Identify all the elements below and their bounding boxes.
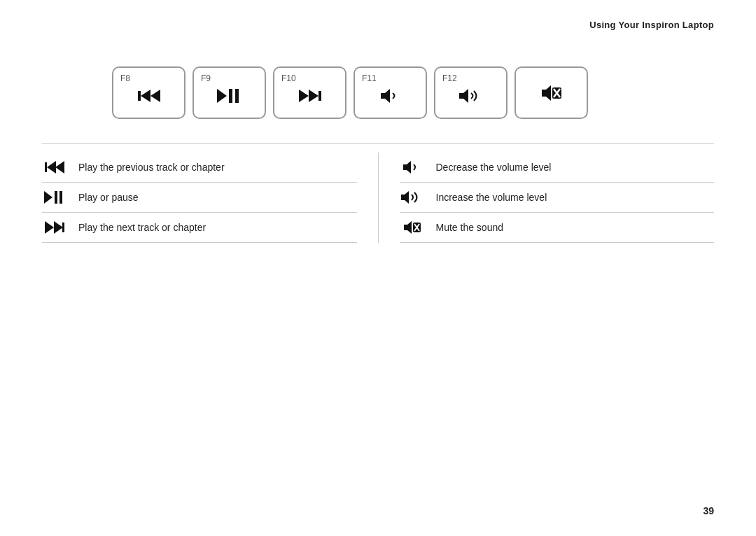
legend-left-col: Play the previous track or chapter Play … (42, 153, 379, 243)
svg-marker-9 (381, 89, 390, 103)
legend-row-prev: Play the previous track or chapter (42, 153, 357, 183)
svg-rect-19 (55, 191, 57, 204)
play-pause-key-icon (217, 88, 242, 104)
mute-key-icon (542, 83, 561, 103)
key-f10: F10 (273, 66, 346, 119)
svg-rect-5 (235, 89, 239, 103)
key-f8-label: F8 (120, 73, 130, 83)
legend-right-col: Decrease the volume level Increase the v… (379, 153, 715, 243)
keys-row: F8 F9 F10 (112, 66, 588, 119)
svg-marker-21 (45, 221, 54, 234)
svg-rect-15 (45, 162, 47, 172)
svg-marker-10 (459, 89, 468, 103)
key-f9: F9 (192, 66, 266, 119)
next-track-key-icon (299, 88, 321, 104)
svg-marker-6 (299, 90, 309, 102)
vol-up-key-icon (459, 88, 483, 104)
svg-marker-1 (141, 90, 150, 102)
svg-marker-7 (309, 90, 318, 102)
legend-row-mute: Mute the sound (400, 213, 715, 243)
legend-vol-down-icon (400, 161, 425, 174)
key-f12: F12 (434, 66, 507, 119)
legend-voldown-text: Decrease the volume level (436, 162, 552, 173)
svg-marker-24 (403, 161, 411, 174)
page-number: 39 (703, 505, 714, 516)
svg-marker-3 (217, 89, 227, 103)
key-f12-label: F12 (442, 73, 457, 83)
page-title: Using Your Inspiron Laptop (589, 20, 714, 30)
legend-mute-icon (400, 221, 425, 234)
svg-marker-25 (401, 191, 409, 204)
key-f9-label: F9 (201, 73, 211, 83)
divider (42, 143, 714, 144)
key-f11-label: F11 (362, 73, 377, 83)
legend-prev-text: Play the previous track or chapter (78, 162, 225, 173)
key-mute (514, 66, 588, 119)
legend-vol-up-icon (400, 191, 425, 204)
svg-rect-8 (318, 91, 321, 101)
legend-row-next: Play the next track or chapter (42, 213, 357, 243)
legend-play-pause-icon (42, 191, 67, 204)
legend-next-text: Play the next track or chapter (78, 222, 206, 233)
legend-prev-track-icon (42, 161, 67, 174)
key-f11: F11 (354, 66, 427, 119)
svg-rect-20 (59, 191, 62, 204)
prev-track-key-icon (138, 88, 160, 104)
svg-rect-4 (229, 89, 232, 103)
legend-next-track-icon (42, 221, 67, 234)
svg-marker-26 (404, 221, 412, 234)
svg-rect-0 (138, 91, 141, 101)
svg-marker-2 (150, 90, 160, 102)
key-f8: F8 (112, 66, 186, 119)
svg-marker-16 (47, 161, 56, 174)
svg-rect-23 (62, 223, 64, 232)
legend-row-voldown: Decrease the volume level (400, 153, 715, 183)
legend-mute-text: Mute the sound (436, 222, 504, 233)
svg-marker-18 (44, 191, 52, 204)
legend-row-volup: Increase the volume level (400, 183, 715, 213)
legend-playpause-text: Play or pause (78, 192, 139, 203)
svg-marker-22 (54, 221, 63, 234)
legend-table: Play the previous track or chapter Play … (42, 153, 714, 243)
svg-marker-17 (55, 161, 64, 174)
key-f10-label: F10 (281, 73, 296, 83)
legend-row-playpause: Play or pause (42, 183, 357, 213)
vol-down-key-icon (381, 88, 400, 104)
legend-volup-text: Increase the volume level (436, 192, 547, 203)
svg-marker-11 (542, 85, 551, 101)
